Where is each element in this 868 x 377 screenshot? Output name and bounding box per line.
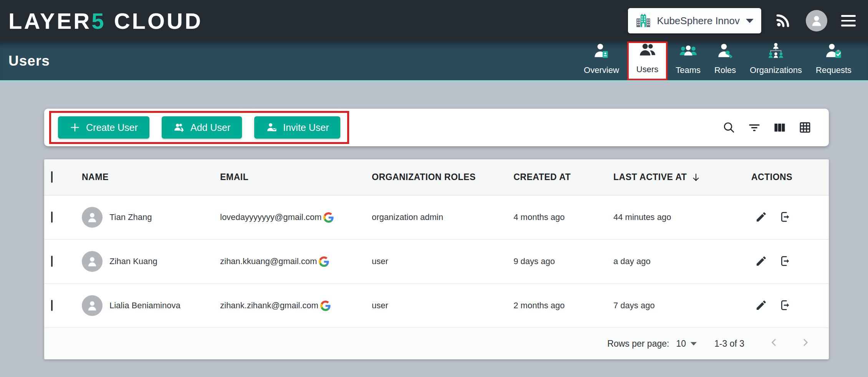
table-row: Lialia Beniaminova zihank.zihank@gmail.c…: [44, 284, 829, 328]
remove-user-logout-icon[interactable]: [779, 299, 792, 312]
tab-label: Requests: [816, 65, 851, 75]
create-user-button[interactable]: Create User: [58, 116, 149, 139]
organization-selector[interactable]: KubeSphere Innov: [628, 8, 761, 33]
person-mail-icon: [266, 122, 277, 133]
google-icon: [323, 212, 334, 223]
created-at: 2 months ago: [514, 301, 613, 311]
edit-pencil-icon[interactable]: [755, 299, 768, 312]
invite-user-button[interactable]: Invite User: [254, 116, 340, 139]
avatar: [82, 207, 103, 228]
sort-desc-arrow-icon: [691, 172, 701, 183]
user-name: Tian Zhang: [109, 212, 152, 222]
column-header-last-active-at[interactable]: LAST ACTIVE AT: [613, 172, 751, 183]
section-tabs: Overview Users: [578, 41, 857, 80]
menu-hamburger-icon[interactable]: [841, 15, 856, 26]
last-active-at: a day ago: [613, 256, 751, 266]
person-badge-icon: [591, 42, 612, 63]
created-at: 9 days ago: [514, 256, 613, 266]
created-at: 4 months ago: [514, 212, 613, 222]
avatar: [82, 295, 103, 316]
users-table: NAME EMAIL ORGANIZATION ROLES CREATED AT…: [44, 159, 829, 359]
google-icon: [319, 256, 329, 267]
add-user-button[interactable]: Add User: [162, 116, 242, 139]
notifications-rss-icon[interactable]: [775, 12, 792, 30]
layer5-cloud-logo: LAYER5 CLOUD: [8, 8, 203, 34]
tab-teams[interactable]: Teams: [670, 41, 706, 80]
user-name: Lialia Beniaminova: [109, 301, 181, 311]
table-pagination: Rows per page: 10 1-3 of 3: [44, 328, 829, 359]
chevron-down-icon: [691, 342, 697, 346]
grid-view-icon[interactable]: [798, 121, 812, 134]
avatar: [82, 251, 103, 272]
table-row: Tian Zhang lovedayyyyyyy@gmail.com organ…: [44, 195, 829, 240]
tab-overview[interactable]: Overview: [578, 41, 625, 80]
filter-icon[interactable]: [747, 121, 761, 134]
table-header-row: NAME EMAIL ORGANIZATION ROLES CREATED AT…: [44, 159, 829, 195]
organization-role: user: [372, 301, 514, 311]
annotation-red-box: Create User Add User: [49, 111, 349, 144]
people-icon: [637, 41, 658, 62]
google-icon: [320, 301, 331, 311]
main-content: Create User Add User: [44, 109, 829, 359]
organization-role: user: [372, 256, 514, 266]
table-toolbar-icons: [722, 121, 812, 134]
column-header-organization-roles[interactable]: ORGANIZATION ROLES: [372, 172, 514, 182]
row-checkbox[interactable]: [51, 256, 53, 267]
pagination-range-label: 1-3 of 3: [714, 339, 744, 349]
last-active-at: 44 minutes ago: [613, 212, 751, 222]
users-toolbar: Create User Add User: [44, 109, 829, 146]
page-title: Users: [8, 53, 50, 69]
row-checkbox[interactable]: [51, 212, 53, 223]
top-bar: LAYER5 CLOUD: [0, 0, 868, 41]
tab-label: Overview: [584, 65, 619, 75]
remove-user-logout-icon[interactable]: [779, 211, 792, 224]
user-email: zihank.zihank@gmail.com: [220, 301, 318, 311]
group-add-icon: [173, 122, 185, 133]
organization-role: organization admin: [372, 212, 514, 222]
chevron-down-icon: [746, 19, 754, 23]
column-header-email[interactable]: EMAIL: [220, 172, 372, 182]
tab-requests[interactable]: Requests: [810, 41, 857, 80]
user-name: Zihan Kuang: [109, 256, 157, 266]
tab-label: Roles: [714, 65, 736, 75]
tab-label: Users: [636, 64, 658, 74]
view-columns-icon[interactable]: [773, 121, 787, 134]
person-clipboard-icon: [823, 42, 845, 63]
org-hierarchy-icon: [765, 42, 787, 63]
last-active-at: 7 days ago: [613, 301, 751, 311]
user-email: zihan.kkuang@gmail.com: [220, 256, 317, 266]
column-header-name[interactable]: NAME: [82, 172, 220, 182]
team-icon: [678, 42, 699, 63]
row-checkbox[interactable]: [51, 300, 53, 311]
tab-organizations[interactable]: Organizations: [744, 41, 808, 80]
tab-label: Teams: [676, 65, 701, 75]
tab-users[interactable]: Users: [627, 41, 668, 80]
rows-per-page-label: Rows per page:: [607, 339, 669, 349]
remove-user-logout-icon[interactable]: [779, 255, 792, 268]
rows-per-page-select[interactable]: 10: [676, 339, 697, 349]
organization-selector-label: KubeSphere Innov: [657, 15, 740, 27]
edit-pencil-icon[interactable]: [755, 211, 768, 224]
previous-page-chevron-icon[interactable]: [768, 337, 780, 351]
tab-label: Organizations: [750, 65, 802, 75]
page-nav-bar: Users Overview U: [0, 41, 868, 82]
edit-pencil-icon[interactable]: [755, 255, 768, 268]
table-row: Zihan Kuang zihan.kkuang@gmail.com user …: [44, 240, 829, 284]
search-icon[interactable]: [722, 121, 736, 134]
select-all-checkbox[interactable]: [51, 171, 53, 183]
column-header-actions: ACTIONS: [751, 172, 829, 182]
user-email: lovedayyyyyyy@gmail.com: [220, 212, 321, 222]
tab-roles[interactable]: Roles: [709, 41, 742, 80]
user-avatar[interactable]: [806, 10, 827, 31]
person-key-icon: [714, 42, 736, 63]
plus-icon: [70, 122, 80, 133]
building-icon: [636, 13, 651, 28]
next-page-chevron-icon[interactable]: [800, 337, 811, 351]
column-header-created-at[interactable]: CREATED AT: [514, 172, 613, 182]
